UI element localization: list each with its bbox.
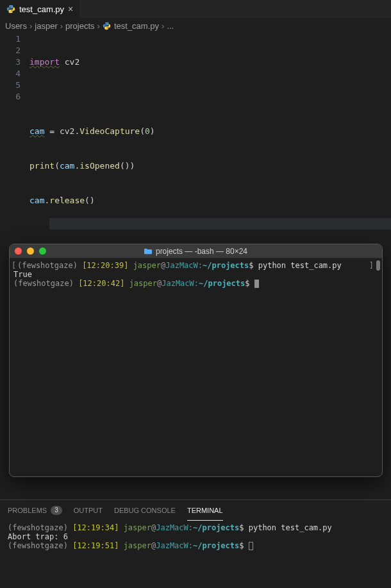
code-line (29, 91, 391, 103)
svg-point-1 (12, 12, 12, 12)
problems-badge: 3 (51, 506, 62, 515)
tab-filename: test_cam.py (19, 4, 64, 14)
cursor (254, 280, 259, 288)
terminal-line: Abort trap: 6 (8, 532, 383, 541)
bottom-panel: PROBLEMS 3 OUTPUT DEBUG CONSOLE TERMINAL… (0, 500, 391, 563)
scroll-marker: ] (369, 261, 374, 270)
chevron-right-icon: › (29, 21, 32, 31)
macos-titlebar[interactable]: projects — -bash — 80×24 (10, 244, 382, 258)
chevron-right-icon: › (60, 21, 63, 31)
python-icon (103, 21, 112, 30)
tab-problems[interactable]: PROBLEMS 3 (8, 506, 62, 515)
line-gutter: 1 2 3 4 5 6 (0, 33, 29, 241)
line-number: 1 (0, 33, 21, 45)
terminal-line: (fewshotgaze) [12:19:34] jasper@JazMacW:… (8, 523, 383, 532)
tab-output[interactable]: OUTPUT (74, 507, 103, 514)
panel-tabs: PROBLEMS 3 OUTPUT DEBUG CONSOLE TERMINAL (0, 500, 391, 521)
code-line: cam = cv2.VideoCapture(0) (29, 126, 391, 137)
breadcrumb-item[interactable]: jasper (35, 21, 57, 31)
minimize-button[interactable] (27, 248, 34, 255)
terminal-line: (fewshotgaze) [12:20:39] jasper@JazMacW:… (13, 261, 378, 270)
line-number: 5 (0, 80, 21, 91)
breadcrumb-item[interactable]: projects (65, 21, 95, 31)
line-number: 2 (0, 45, 21, 56)
code-editor[interactable]: 1 2 3 4 5 6 import cv2 cam = cv2.VideoCa… (0, 33, 391, 241)
terminal-line: (fewshotgaze) [12:20:42] jasper@JazMacW:… (13, 279, 378, 288)
tab-terminal[interactable]: TERMINAL (187, 500, 223, 521)
close-icon[interactable]: × (68, 4, 73, 14)
code-line: cam.release() (29, 195, 391, 206)
terminal-line: (fewshotgaze) [12:19:51] jasper@JazMacW:… (8, 541, 383, 550)
editor-tab[interactable]: test_cam.py × (0, 0, 79, 18)
line-number: 4 (0, 68, 21, 80)
breadcrumb-item[interactable]: Users (5, 21, 27, 31)
breadcrumb-item[interactable]: test_cam.py (114, 21, 159, 31)
maximize-button[interactable] (39, 248, 46, 255)
scroll-marker: [ (12, 261, 16, 270)
code-line: import cv2 (29, 56, 391, 68)
window-title: projects — -bash — 80×24 (144, 247, 247, 256)
line-number: 3 (0, 56, 21, 68)
terminal-body[interactable]: [ ] (fewshotgaze) [12:20:39] jasper@JazM… (10, 258, 382, 476)
editor-tab-bar: test_cam.py × (0, 0, 391, 18)
chevron-right-icon: › (97, 21, 100, 31)
tab-debug-console[interactable]: DEBUG CONSOLE (114, 507, 176, 514)
scrollbar-thumb[interactable] (376, 260, 380, 271)
breadcrumb: Users › jasper › projects › test_cam.py … (0, 18, 391, 33)
close-button[interactable] (15, 248, 22, 255)
line-number: 6 (0, 91, 21, 103)
code-content[interactable]: import cv2 cam = cv2.VideoCapture(0) pri… (29, 33, 391, 241)
terminal-line: True (13, 270, 378, 279)
code-line: print(cam.isOpened()) (29, 160, 391, 172)
integrated-terminal[interactable]: (fewshotgaze) [12:19:34] jasper@JazMacW:… (0, 521, 391, 563)
traffic-lights (15, 248, 46, 255)
python-icon (6, 4, 15, 13)
macos-terminal-window[interactable]: projects — -bash — 80×24 [ ] (fewshotgaz… (9, 244, 383, 477)
folder-icon (144, 248, 152, 255)
breadcrumb-item[interactable]: ... (167, 21, 174, 31)
cursor (249, 542, 253, 550)
code-line (49, 218, 391, 230)
svg-point-0 (10, 6, 10, 6)
chevron-right-icon: › (162, 21, 164, 31)
